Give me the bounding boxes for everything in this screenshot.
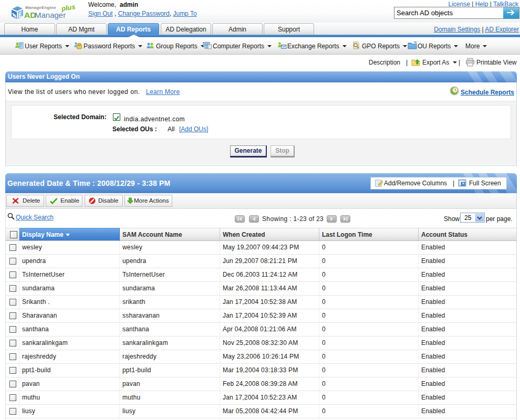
- svg-text:Manager: Manager: [35, 10, 66, 19]
- svg-text:ManageEngine: ManageEngine: [25, 5, 56, 10]
- svg-text:plus: plus: [60, 3, 76, 13]
